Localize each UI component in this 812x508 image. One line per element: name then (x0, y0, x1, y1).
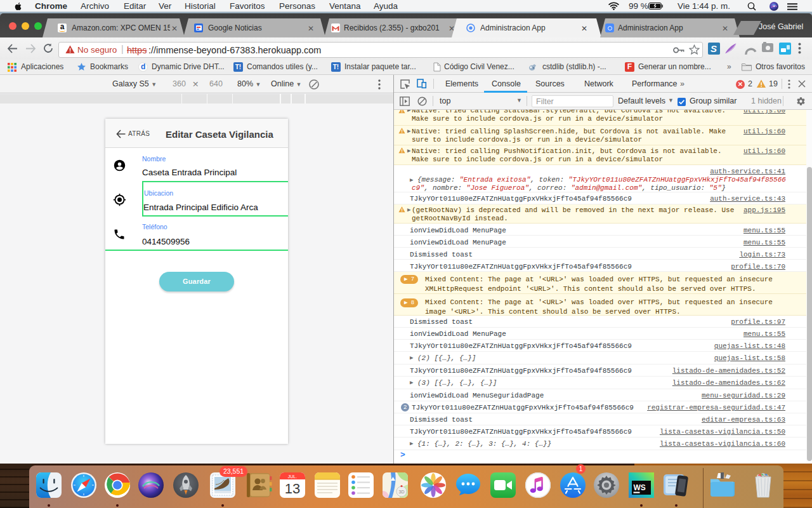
svg-text:WS: WS (634, 483, 646, 492)
svg-text:JUL.: JUL. (288, 474, 297, 479)
svg-text:13: 13 (285, 481, 300, 497)
svg-text:3D: 3D (399, 490, 405, 494)
